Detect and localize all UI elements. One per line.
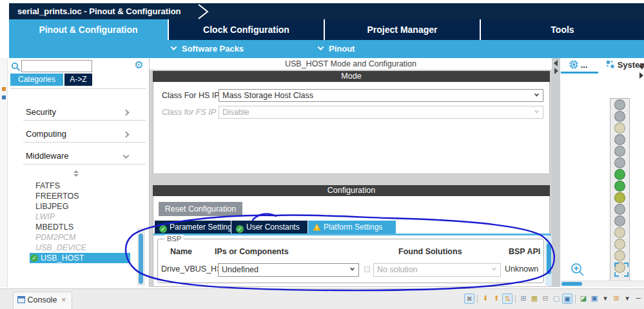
mcu-pin[interactable] xyxy=(614,123,625,134)
mcu-pin[interactable] xyxy=(614,215,625,226)
chevron-down-icon xyxy=(534,92,539,97)
toolbar-separator xyxy=(477,295,478,303)
software-packs-dropdown[interactable]: Software Packs xyxy=(171,40,244,58)
bsp-col-api: BSP API xyxy=(509,247,540,256)
clear-console-icon[interactable]: ✖ xyxy=(464,294,474,304)
tab-platform-settings[interactable]: Platform Settings xyxy=(308,221,396,234)
search-icon xyxy=(11,62,21,72)
reset-configuration-button[interactable]: Reset Configuration xyxy=(159,202,242,216)
chip-icon xyxy=(569,60,578,69)
collapse-left-icon[interactable] xyxy=(554,60,558,66)
sidebar-item-fatfs[interactable]: FATFS xyxy=(30,181,130,191)
minimized-icon[interactable] xyxy=(2,87,6,91)
chevron-right-icon xyxy=(123,110,130,116)
title-bar: serial_prints.ioc - Pinout & Configurati… xyxy=(9,3,644,19)
sidebar-item-mbedtls[interactable]: MBEDTLS xyxy=(30,222,130,232)
wrap-text-icon[interactable]: ⊟ xyxy=(540,294,551,304)
scroll-up-icon[interactable]: ⬆ xyxy=(491,294,502,304)
chevron-right-icon xyxy=(123,132,130,138)
scroll-hint-icon[interactable] xyxy=(73,170,79,177)
sidebar-item-lwip[interactable]: LWIP xyxy=(30,212,130,222)
sidebar-item-freertos[interactable]: FREERTOS xyxy=(30,191,130,201)
tab-clock-configuration[interactable]: Clock Configuration xyxy=(169,19,324,40)
minimized-icon[interactable] xyxy=(2,95,6,99)
new-console-icon[interactable]: ⊞ xyxy=(611,294,621,304)
tab-tools[interactable]: Tools xyxy=(481,19,644,40)
chevron-down-icon xyxy=(318,44,324,50)
right-hscrollbar-thumb[interactable] xyxy=(561,282,582,286)
toolbar-separator xyxy=(575,295,576,303)
fit-to-screen-icon[interactable] xyxy=(614,263,629,277)
close-page-icon[interactable]: ▢ xyxy=(551,294,561,304)
mcu-pin[interactable] xyxy=(614,239,625,250)
lock-console-icon[interactable]: ▦ xyxy=(529,294,540,304)
config-scrollbar-thumb[interactable] xyxy=(547,243,551,274)
gear-icon[interactable]: ⚙ xyxy=(134,59,143,71)
minimize-icon[interactable]: ─ xyxy=(633,294,643,304)
bsp-checkbox xyxy=(364,266,370,272)
divider xyxy=(23,142,146,143)
tab-parameter-settings[interactable]: ✓Parameter Settings xyxy=(155,221,231,234)
mcu-pin[interactable] xyxy=(614,227,625,238)
console-panel: Console× ✖⬇⬆⇅⊞▦⊟▢▣◪▣▾⊞▾─❐ xyxy=(0,288,644,309)
chevron-down-icon xyxy=(534,109,539,114)
mcu-pin[interactable] xyxy=(614,111,625,122)
console-toolbar: ✖⬇⬆⇅⊞▦⊟▢▣◪▣▾⊞▾─❐ xyxy=(464,293,644,304)
pinout-dropdown[interactable]: Pinout xyxy=(318,40,355,58)
check-icon: ✓ xyxy=(236,225,244,233)
collapse-right-icon[interactable] xyxy=(639,72,643,79)
close-icon[interactable]: × xyxy=(61,295,66,304)
tab-mcu-view[interactable]: ... xyxy=(569,60,587,72)
mcu-pin[interactable] xyxy=(614,99,625,110)
tab-project-manager[interactable]: Project Manager xyxy=(325,19,480,40)
tab-a-to-z[interactable]: A->Z xyxy=(64,74,92,86)
mcu-pin[interactable] xyxy=(614,204,625,215)
middleware-list: FATFSFREERTOSLIBJPEGLWIPMBEDTLSPDM2PCMUS… xyxy=(9,181,141,263)
sidebar-item-computing[interactable]: Computing xyxy=(10,129,145,143)
sidebar-item-usb_device[interactable]: USB_DEVICE xyxy=(30,243,130,253)
import-console-icon[interactable]: ◪ xyxy=(578,294,589,304)
chevron-down-icon xyxy=(171,44,177,50)
mcu-pin[interactable] xyxy=(614,134,625,145)
class-hs-ip-select[interactable]: Mass Storage Host Class xyxy=(219,89,543,102)
divider xyxy=(10,88,146,89)
tab-pinout-configuration[interactable]: Pinout & Configuration xyxy=(9,19,168,40)
sidebar-item-libjpeg[interactable]: LIBJPEG xyxy=(30,201,130,212)
sidebar-scrollbar-thumb[interactable] xyxy=(139,234,143,284)
sidebar-item-usb_host[interactable]: ✓USB_HOST xyxy=(30,253,130,263)
minimized-panel-strip[interactable] xyxy=(0,58,8,287)
display-console-caret-icon[interactable]: ▾ xyxy=(600,294,610,304)
mcu-pin[interactable] xyxy=(614,157,625,168)
grid-icon xyxy=(607,61,615,69)
search-input[interactable] xyxy=(21,60,92,72)
mcu-pin[interactable] xyxy=(614,146,625,157)
mcu-pin[interactable] xyxy=(614,169,625,180)
bsp-group: BSP Name IPs or Components Found Solutio… xyxy=(157,239,544,283)
mcu-pin-strip[interactable] xyxy=(610,98,630,282)
open-console-icon[interactable]: ▣ xyxy=(562,294,572,304)
zoom-in-icon[interactable] xyxy=(571,263,585,277)
display-console-icon[interactable]: ▣ xyxy=(589,294,600,304)
tab-console[interactable]: Console× xyxy=(13,292,72,309)
tab-categories[interactable]: Categories xyxy=(10,74,63,86)
mcu-pin[interactable] xyxy=(614,250,625,261)
scroll-down-icon[interactable]: ⬇ xyxy=(480,294,491,304)
follow-output-icon[interactable]: ⇅ xyxy=(502,294,512,304)
split-console-icon[interactable]: ⊞ xyxy=(518,294,529,304)
sidebar-item-security[interactable]: Security xyxy=(10,107,145,121)
tab-user-constants[interactable]: ✓User Constants xyxy=(231,221,307,234)
bsp-ip-select[interactable]: Undefined xyxy=(218,263,359,277)
collapse-left-icon[interactable] xyxy=(639,63,643,70)
toolbar-separator xyxy=(515,295,516,303)
collapse-right-icon[interactable] xyxy=(554,68,558,74)
check-icon: ✓ xyxy=(30,254,38,262)
panel-splitter[interactable] xyxy=(552,58,560,287)
mcu-pin[interactable] xyxy=(614,192,625,203)
new-console-caret-icon[interactable]: ▾ xyxy=(622,294,632,304)
active-tab-underline xyxy=(561,72,598,74)
sidebar-item-middleware[interactable]: Middleware xyxy=(10,151,145,165)
divider xyxy=(23,164,146,164)
mcu-pin[interactable] xyxy=(614,181,625,192)
bsp-row-api: Unknown xyxy=(505,264,538,274)
sidebar-item-pdm2pcm[interactable]: PDM2PCM xyxy=(30,232,130,243)
